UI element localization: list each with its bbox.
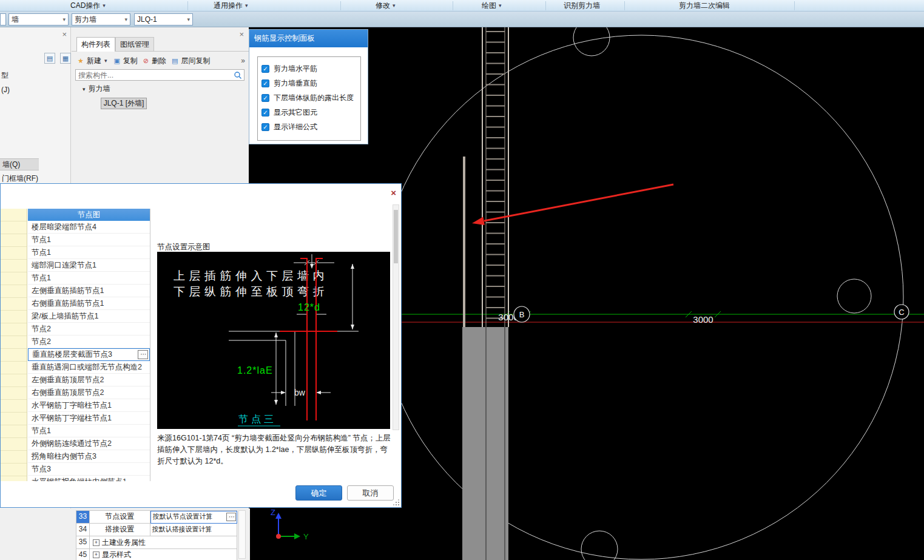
menu-separator (187, 1, 188, 10)
combo-stub[interactable] (0, 13, 6, 25)
grid-view-icon[interactable]: ▦ (60, 53, 71, 64)
node-list-item[interactable]: 拐角暗柱内侧节点3 (28, 450, 150, 463)
tab-component-list[interactable]: 构件列表 (76, 37, 115, 52)
node-list-item[interactable]: 节点3 (28, 463, 150, 476)
property-group-header[interactable]: + 显示样式 (90, 549, 237, 560)
chevron-down-icon: ▾ (393, 3, 396, 8)
search-input[interactable] (76, 71, 234, 79)
checkbox-checked-icon[interactable]: ✓ (261, 94, 269, 102)
node-list-item-selected[interactable]: 垂直筋楼层变截面节点3 ⋯ (28, 348, 150, 361)
node-list-item-label: 水平钢筋拐角端柱内侧节点1 (32, 477, 127, 481)
element-name-combo[interactable]: JLQ-1 ▾ (134, 13, 193, 25)
resize-grip-icon[interactable] (393, 499, 399, 505)
node-list-item-label: 梁/板上墙插筋节点1 (32, 312, 98, 320)
node-list-item[interactable]: 左侧垂直筋插筋节点1 (28, 285, 150, 297)
svg-text:C: C (899, 308, 904, 317)
option-exposed-length[interactable]: ✓ 下层墙体纵筋的露出长度 (261, 90, 357, 105)
more-button[interactable]: ⋯ (226, 513, 236, 521)
menu-modify[interactable]: 修改 ▾ (373, 0, 398, 12)
property-group-header[interactable]: + 土建业务属性 (90, 536, 237, 549)
node-list-item[interactable]: 节点1 (28, 425, 150, 437)
property-row-civil-attributes[interactable]: 35 + 土建业务属性 (76, 536, 237, 549)
node-list-item[interactable]: 左侧垂直筋顶层节点2 (28, 374, 150, 386)
property-row-lap-settings[interactable]: 34 搭接设置 按默认搭接设置计算 (76, 524, 237, 536)
nav-item-partial[interactable]: 型 (1, 70, 8, 81)
node-list-item[interactable]: 右侧垂直筋顶层节点2 (28, 386, 150, 399)
diagram-rebar-lines (280, 258, 337, 420)
tree-item-jlq1-selected[interactable]: JLQ-1 [外墙] (101, 98, 147, 109)
node-list-item[interactable]: 楼层暗梁端部节点4 (28, 221, 150, 234)
checkbox-label: 显示详细公式 (274, 122, 317, 132)
overflow-icon[interactable]: » (241, 56, 245, 65)
grid-scrollbar[interactable] (238, 510, 246, 559)
new-button[interactable]: 新建 (87, 56, 101, 66)
node-list-item-label: 节点1 (32, 274, 51, 282)
node-list-item-label: 楼层暗梁端部节点4 (32, 223, 96, 231)
new-icon: ★ (78, 58, 84, 64)
row-number: 35 (76, 536, 90, 549)
menu-cad-operations[interactable]: CAD操作 ▾ (68, 0, 108, 12)
nav-item-wall[interactable]: 墙(Q) (0, 158, 39, 170)
checkbox-checked-icon[interactable]: ✓ (261, 79, 269, 87)
element-type-combo[interactable]: 剪力墙 ▾ (72, 13, 130, 25)
menu-general-operations[interactable]: 通用操作 ▾ (211, 0, 251, 12)
node-list-item[interactable]: 梁/板上墙插筋节点1 (28, 310, 150, 323)
property-value-cell[interactable]: 按默认搭接设置计算 (150, 524, 237, 536)
chevron-down-icon: ▾ (187, 17, 190, 22)
node-list-item[interactable]: 右侧垂直筋插筋节点1 (28, 297, 150, 310)
node-list-item-label: 左侧垂直筋插筋节点1 (32, 286, 104, 295)
grid-bubble-c: C (894, 305, 909, 319)
checkbox-label: 下层墙体纵筋的露出长度 (274, 93, 354, 103)
option-show-detailed-formula[interactable]: ✓ 显示详细公式 (261, 120, 357, 134)
close-icon[interactable]: × (391, 187, 396, 198)
property-name: 土建业务属性 (102, 538, 146, 548)
panel-title[interactable]: 钢筋显示控制面板 (249, 30, 368, 47)
node-list-item[interactable]: 节点1 (28, 272, 150, 285)
tree-node-shear-wall[interactable]: ▾ 剪力墙 (83, 84, 110, 94)
node-list-item[interactable]: 节点2 (28, 323, 150, 336)
node-list-item[interactable]: 水平钢筋丁字端柱节点1 (28, 412, 150, 425)
node-list-item[interactable]: 节点1 (28, 234, 150, 246)
menu-label: CAD操作 (70, 1, 100, 11)
tab-drawing-management[interactable]: 图纸管理 (115, 37, 154, 52)
node-list-item[interactable]: 外侧钢筋连续通过节点2 (28, 437, 150, 450)
nav-item-door-frame-wall[interactable]: 门框墙(RF) (2, 174, 38, 184)
node-list-item[interactable]: 水平钢筋拐角端柱内侧节点1 (28, 476, 150, 481)
option-horizontal-rebar[interactable]: ✓ 剪力墙水平筋 (261, 61, 357, 76)
checkbox-checked-icon[interactable]: ✓ (261, 123, 269, 131)
node-list-item[interactable]: 节点1 (28, 246, 150, 259)
property-row-node-settings[interactable]: 33 节点设置 按默认节点设置计算 ⋯ (76, 511, 237, 524)
cancel-button[interactable]: 取消 (347, 485, 394, 501)
menu-separator (545, 1, 546, 10)
expand-icon[interactable]: + (93, 539, 99, 546)
checkbox-checked-icon[interactable]: ✓ (261, 65, 269, 73)
node-list-item[interactable]: 端部洞口连梁节点1 (28, 259, 150, 272)
more-button[interactable]: ⋯ (138, 350, 148, 359)
menu-shear-wall-secondary-edit[interactable]: 剪力墙二次编辑 (676, 0, 732, 12)
property-value-cell[interactable]: 按默认节点设置计算 ⋯ (150, 511, 237, 524)
node-list-item[interactable]: 水平钢筋丁字暗柱节点1 (28, 399, 150, 412)
expand-icon[interactable]: + (93, 552, 99, 558)
element-category-combo[interactable]: 墙 ▾ (8, 13, 69, 25)
checkbox-checked-icon[interactable]: ✓ (261, 109, 269, 116)
tree-expand-icon[interactable]: ▾ (83, 86, 86, 92)
checkbox-label: 剪力墙水平筋 (274, 64, 317, 74)
floor-copy-button[interactable]: 层间复制 (181, 56, 210, 66)
node-list-item[interactable]: 节点2 (28, 336, 150, 348)
checkbox-label: 显示其它图元 (274, 107, 317, 118)
copy-button[interactable]: 复制 (123, 56, 138, 66)
menu-identify-shear-wall[interactable]: 识别剪力墙 (561, 0, 602, 12)
list-view-icon[interactable]: ▤ (44, 53, 55, 64)
option-vertical-rebar[interactable]: ✓ 剪力墙垂直筋 (261, 76, 357, 90)
nav-item-partial[interactable]: (J) (1, 86, 10, 94)
scrollbar-thumb[interactable] (394, 210, 398, 263)
property-row-display-style[interactable]: 45 + 显示样式 (76, 549, 237, 560)
ok-button[interactable]: 确定 (295, 485, 342, 501)
dialog-scrollbar[interactable] (393, 204, 399, 430)
close-icon[interactable]: × (62, 31, 67, 38)
delete-button[interactable]: 删除 (152, 56, 166, 66)
ellipsis-icon: ⋯ (140, 351, 146, 357)
option-show-other-elements[interactable]: ✓ 显示其它图元 (261, 105, 357, 120)
node-list-item[interactable]: 垂直筋遇洞口或端部无节点构造2 (28, 361, 150, 374)
menu-draw[interactable]: 绘图 ▾ (479, 0, 504, 12)
